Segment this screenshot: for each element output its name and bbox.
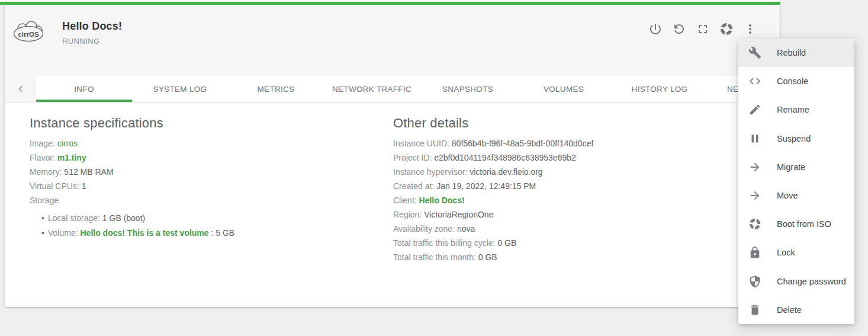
boot-from-iso-icon	[719, 22, 734, 36]
menu-item-change-password[interactable]: Change password	[738, 267, 854, 296]
menu-item-delete[interactable]: Delete	[738, 296, 854, 324]
volume-link[interactable]: Hello docs! This is a test volume	[80, 228, 208, 238]
power-icon	[648, 22, 663, 36]
pencil-icon	[748, 103, 761, 116]
spec-row-vcpus: Virtual CPUs: 1	[30, 179, 361, 193]
instance-action-toolbar	[648, 22, 757, 36]
shield-icon	[748, 275, 761, 288]
instance-actions-menu: Rebuild Console Rename Suspend Migrate M…	[738, 39, 854, 324]
cirros-logo-text: cirrOS	[18, 31, 38, 38]
lock-icon	[748, 246, 761, 259]
pause-icon	[748, 132, 761, 145]
reboot-button[interactable]	[672, 22, 686, 36]
tab-system-log[interactable]: SYSTEM LOG	[132, 76, 228, 102]
tab-snapshots[interactable]: SNAPSHOTS	[420, 76, 516, 102]
more-vert-icon	[743, 22, 757, 36]
tab-bar: INFO SYSTEM LOG METRICS NETWORK TRAFFIC …	[5, 76, 780, 103]
storage-item-local: Local storage: 1 GB (boot)	[41, 211, 361, 226]
menu-item-lock[interactable]: Lock	[738, 238, 854, 267]
info-tab-content: Instance specifications Image: cirros Fl…	[5, 103, 780, 306]
detail-row-traffic-month: Total traffic this month: 0 GB	[393, 250, 725, 264]
menu-item-rebuild[interactable]: Rebuild	[738, 39, 854, 67]
chevron-left-icon	[14, 82, 27, 95]
storage-item-volume: Volume: Hello docs! This is a test volum…	[41, 226, 361, 241]
spec-row-image: Image: cirros	[30, 136, 361, 151]
menu-item-console[interactable]: Console	[738, 67, 854, 95]
detail-row-region: Region: VictoriaRegionOne	[393, 207, 725, 222]
tab-network-traffic[interactable]: NETWORK TRAFFIC	[324, 76, 420, 102]
reboot-icon	[672, 22, 686, 36]
detail-row-uuid: Instance UUID: 80f56b4b-f96f-48a5-9bdf-0…	[393, 136, 725, 151]
client-link[interactable]: Hello Docs!	[419, 196, 465, 205]
fullscreen-icon	[696, 22, 710, 36]
tab-info[interactable]: INFO	[36, 76, 132, 102]
section-title: Instance specifications	[30, 116, 361, 131]
spec-row-memory: Memory: 512 MB RAM	[30, 165, 361, 179]
instance-specifications-section: Instance specifications Image: cirros Fl…	[30, 116, 361, 240]
spec-row-storage: Storage	[30, 193, 361, 207]
other-details-section: Other details Instance UUID: 80f56b4b-f9…	[393, 116, 725, 264]
donut-icon	[748, 217, 761, 231]
instance-status: RUNNING	[62, 37, 122, 46]
storage-list: Local storage: 1 GB (boot) Volume: Hello…	[30, 211, 361, 240]
trash-icon	[748, 303, 761, 316]
arrow-right-icon	[748, 161, 761, 174]
fullscreen-button[interactable]	[696, 22, 710, 36]
flavor-link[interactable]: m1.tiny	[57, 153, 86, 162]
menu-item-rename[interactable]: Rename	[738, 95, 854, 124]
menu-item-move[interactable]: Move	[738, 181, 854, 210]
detail-row-client: Client: Hello Docs!	[393, 193, 725, 207]
menu-item-migrate[interactable]: Migrate	[738, 153, 854, 181]
detail-row-hypervisor: Instance hypervisor: victoria.dev.fleio.…	[393, 165, 725, 179]
instance-title-block: Hello Docs! RUNNING	[62, 20, 122, 46]
tabs-viewport: INFO SYSTEM LOG METRICS NETWORK TRAFFIC …	[36, 76, 780, 102]
boot-from-iso-button[interactable]	[719, 22, 734, 36]
tab-volumes[interactable]: VOLUMES	[516, 76, 612, 102]
active-tab-underline	[36, 100, 132, 102]
detail-row-traffic-billing-cycle: Total traffic this billing cycle: 0 GB	[393, 236, 725, 250]
section-title: Other details	[393, 116, 725, 131]
tabs-scroll-left-button[interactable]	[5, 76, 36, 102]
instance-name: Hello Docs!	[62, 20, 122, 33]
cirros-logo: cirrOS	[13, 20, 44, 43]
detail-row-availability-zone: Availability zone: nova	[393, 222, 725, 236]
tab-history-log[interactable]: HISTORY LOG	[612, 76, 708, 102]
instance-details-card: cirrOS Hello Docs! RUNNING	[5, 5, 780, 307]
image-link[interactable]: cirros	[57, 139, 78, 148]
instance-header: cirrOS Hello Docs! RUNNING	[5, 5, 780, 76]
menu-item-boot-from-iso[interactable]: Boot from ISO	[738, 210, 854, 238]
code-icon	[748, 75, 761, 88]
wrench-icon	[748, 46, 761, 59]
detail-row-created-at: Created at: Jan 19, 2022, 12:49:15 PM	[393, 179, 725, 193]
arrow-right-icon	[748, 189, 761, 202]
detail-row-project-id: Project ID: e2bf0d1041194f348986c638953e…	[393, 151, 725, 165]
more-actions-button[interactable]	[743, 22, 757, 36]
spec-row-flavor: Flavor: m1.tiny	[30, 151, 361, 165]
menu-item-suspend[interactable]: Suspend	[738, 124, 854, 153]
power-button[interactable]	[648, 22, 663, 36]
tab-metrics[interactable]: METRICS	[228, 76, 324, 102]
